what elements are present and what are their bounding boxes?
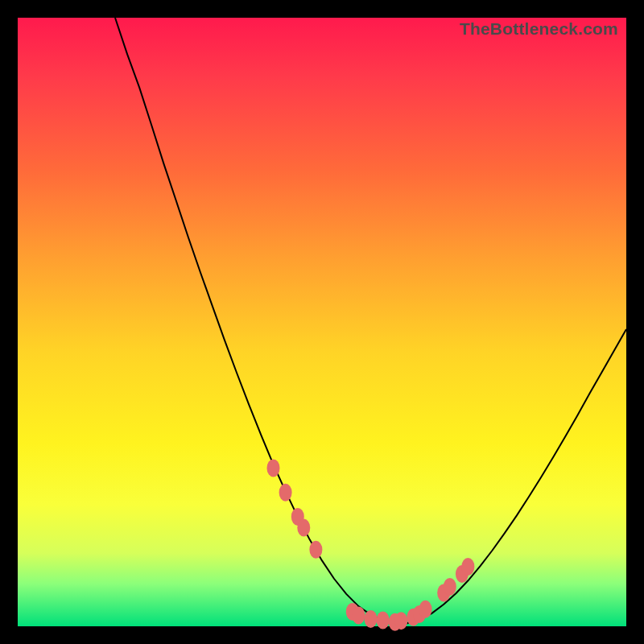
data-marker — [377, 611, 390, 629]
data-marker — [394, 612, 407, 630]
data-marker — [297, 519, 310, 537]
data-marker — [267, 459, 280, 477]
data-marker — [352, 606, 365, 624]
data-marker — [279, 484, 292, 502]
data-marker — [444, 578, 456, 596]
chart-frame: TheBottleneck.com — [0, 0, 644, 644]
data-marker — [309, 541, 322, 559]
data-marker — [461, 558, 474, 576]
plot-area: TheBottleneck.com — [18, 18, 626, 626]
data-marker — [365, 610, 378, 628]
chart-svg — [18, 18, 626, 626]
data-marker — [419, 601, 432, 618]
bottleneck-curve — [115, 18, 626, 623]
